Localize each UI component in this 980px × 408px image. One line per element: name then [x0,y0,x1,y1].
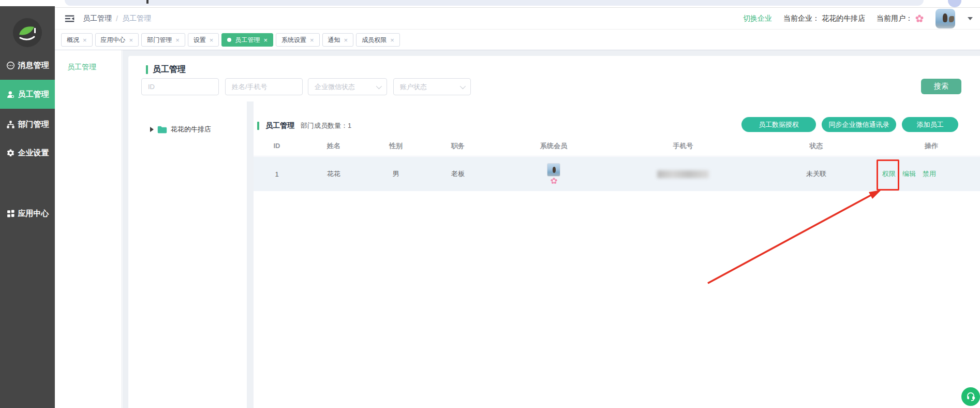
sync-wecom-contacts-button[interactable]: 同步企业微信通讯录 [822,117,896,132]
tree-expand-caret-icon[interactable] [150,127,154,132]
filter-wecom-status-select[interactable]: 企业微信状态 [308,78,387,95]
employee-data-authorize-button[interactable]: 员工数据授权 [741,117,816,132]
user-avatar[interactable] [936,9,955,28]
browser-strip [0,0,980,8]
tab-label: 概况 [67,36,79,45]
sidebar-item-label: 企业设置 [18,148,49,158]
col-header-name: 姓名 [300,136,367,156]
tab-member-permissions[interactable]: 成员权限× [356,33,400,47]
chevron-down-icon [376,83,382,89]
panel-body: 花花的牛排店 员工管理 部门成员数量：1 员工数据授权 同步企业微信通讯录 添加… [128,101,980,408]
sidebar-item-label: 员工管理 [18,90,49,99]
current-user: 当前用户： [877,14,924,23]
tab-label: 成员权限 [362,36,387,45]
tab-departments[interactable]: 部门管理× [141,33,185,47]
section-title: 员工管理 [265,121,294,130]
tree-node-label: 花花的牛排店 [171,125,211,134]
folder-icon [157,125,167,134]
col-header-job: 职务 [424,136,492,156]
sidebar-item-label: 消息管理 [18,61,49,70]
tab-overview[interactable]: 概况× [61,33,93,47]
table-section-header: 员工管理 部门成员数量：1 [257,118,351,134]
tab-label: 员工管理 [235,36,260,45]
filter-account-status-select[interactable]: 账户状态 [393,78,471,95]
tab-label: 应用中心 [101,36,126,45]
vertical-divider [247,101,254,408]
browser-address-bar[interactable] [65,0,924,6]
current-company-name: 花花的牛排店 [822,14,865,23]
permission-action-link[interactable]: 权限 [882,169,896,179]
sidebar-item-messages[interactable]: 消息管理 [0,51,55,80]
browser-profile-avatar[interactable] [948,0,961,7]
tab-settings[interactable]: 设置× [188,33,219,47]
employee-panel: 员工管理 企业微信状态 账户状态 搜索 花花的牛排店 [128,56,980,408]
switch-company-link[interactable]: 切换企业 [743,14,772,23]
search-button[interactable]: 搜索 [921,79,961,94]
tab-close-icon[interactable]: × [263,37,268,43]
sidebar-item-label: 部门管理 [18,120,49,129]
select-placeholder: 账户状态 [400,82,427,92]
tab-close-icon[interactable]: × [390,37,394,43]
table-section: 员工管理 部门成员数量：1 员工数据授权 同步企业微信通讯录 添加员工 ID 姓… [254,101,980,408]
page-header: 员工管理 / 员工管理 切换企业 当前企业：花花的牛排店 当前用户： [55,8,980,30]
tab-close-icon[interactable]: × [344,37,348,43]
text-cursor [146,0,149,4]
tab-label: 设置 [194,36,206,45]
tab-close-icon[interactable]: × [83,37,87,43]
tab-close-icon[interactable]: × [210,37,214,43]
member-avatar [547,163,560,177]
flower-icon [915,14,924,23]
employee-icon [6,90,15,99]
secondary-menu-item-employees[interactable]: 员工管理 [55,50,122,72]
sidebar-item-label: 应用中心 [18,209,49,218]
tab-app-center[interactable]: 应用中心× [95,33,139,47]
select-placeholder: 企业微信状态 [315,82,355,92]
col-header-member: 系统会员 [492,136,616,156]
section-accent-bar [257,122,259,130]
edit-action-link[interactable]: 编辑 [902,169,916,179]
filter-id-input[interactable] [141,78,219,95]
add-employee-button[interactable]: 添加员工 [902,117,958,132]
cell-name: 花花 [300,157,367,191]
tab-system-settings[interactable]: 系统设置× [276,33,320,47]
disable-action-link[interactable]: 禁用 [923,169,936,179]
gear-icon [6,149,15,157]
breadcrumb-item-current: 员工管理 [122,14,151,23]
sidebar-item-company-settings[interactable]: 企业设置 [0,138,55,167]
cell-system-member [492,157,616,191]
open-tabs-bar: 概况× 应用中心× 部门管理× 设置× 员工管理× 系统设置× 通知× 成员权限… [55,30,980,50]
headset-icon [965,391,976,402]
panel-title: 员工管理 [153,64,186,75]
secondary-menu: 员工管理 [55,50,122,408]
app-logo [12,18,42,48]
tab-close-icon[interactable]: × [129,37,133,43]
tab-notifications[interactable]: 通知× [322,33,354,47]
cell-actions: 权限 编辑 禁用 [882,157,980,191]
active-tab-dot [227,38,231,42]
tab-employees-active[interactable]: 员工管理× [221,33,273,47]
header-right: 切换企业 当前企业：花花的牛排店 当前用户： [743,9,980,28]
department-tree-root[interactable]: 花花的牛排店 [150,125,211,134]
filter-name-phone-input[interactable] [225,78,303,95]
user-menu-caret-icon[interactable] [968,17,973,20]
sidebar-item-employees[interactable]: 员工管理 [0,80,55,109]
sidebar-item-app-center[interactable]: 应用中心 [0,199,55,228]
breadcrumb-separator: / [116,14,118,23]
sidebar-item-departments[interactable]: 部门管理 [0,110,55,139]
panel-title-row: 员工管理 [146,64,186,75]
cell-phone [616,157,750,191]
cell-status: 未关联 [750,157,882,191]
member-count-value: 1 [348,122,351,129]
chevron-down-icon [460,83,466,89]
col-header-gender: 性别 [367,136,424,156]
tab-close-icon[interactable]: × [175,37,180,43]
customer-service-button[interactable] [961,387,980,406]
breadcrumb-item[interactable]: 员工管理 [83,14,112,23]
col-header-status: 状态 [750,136,882,156]
current-company: 当前企业：花花的牛排店 [783,14,865,23]
apps-grid-icon [6,209,15,218]
tab-close-icon[interactable]: × [310,37,314,43]
tab-label: 部门管理 [147,36,172,45]
table-row: 1 花花 男 老板 [254,157,980,191]
sidebar-collapse-icon[interactable] [64,13,76,24]
